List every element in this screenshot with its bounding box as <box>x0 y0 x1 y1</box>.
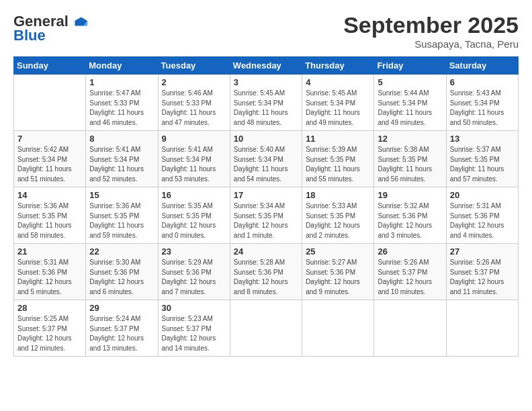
day-info: Sunrise: 5:29 AMSunset: 5:36 PMDaylight:… <box>162 258 226 297</box>
calendar-cell: 12Sunrise: 5:38 AMSunset: 5:35 PMDayligh… <box>374 131 446 187</box>
day-info: Sunrise: 5:31 AMSunset: 5:36 PMDaylight:… <box>17 258 82 297</box>
calendar-cell: 11Sunrise: 5:39 AMSunset: 5:35 PMDayligh… <box>302 131 374 187</box>
day-info: Sunrise: 5:36 AMSunset: 5:35 PMDaylight:… <box>17 201 82 240</box>
day-number: 30 <box>162 303 226 313</box>
calendar-cell: 8Sunrise: 5:41 AMSunset: 5:34 PMDaylight… <box>86 131 158 187</box>
calendar-cell: 15Sunrise: 5:36 AMSunset: 5:35 PMDayligh… <box>86 187 158 244</box>
day-number: 1 <box>89 77 154 87</box>
calendar-cell: 14Sunrise: 5:36 AMSunset: 5:35 PMDayligh… <box>14 187 86 244</box>
day-number: 10 <box>234 134 298 144</box>
day-info: Sunrise: 5:31 AMSunset: 5:36 PMDaylight:… <box>450 201 515 240</box>
weekday-header-monday: Monday <box>86 57 158 75</box>
day-number: 9 <box>162 134 226 144</box>
weekday-header-thursday: Thursday <box>302 57 374 75</box>
calendar-cell: 21Sunrise: 5:31 AMSunset: 5:36 PMDayligh… <box>14 244 86 300</box>
day-number: 6 <box>450 77 515 87</box>
day-info: Sunrise: 5:24 AMSunset: 5:37 PMDaylight:… <box>89 314 154 353</box>
calendar-cell: 25Sunrise: 5:27 AMSunset: 5:36 PMDayligh… <box>302 244 374 300</box>
week-row-4: 21Sunrise: 5:31 AMSunset: 5:36 PMDayligh… <box>14 244 519 300</box>
calendar-cell <box>446 300 518 357</box>
month-title: September 2025 <box>343 12 519 38</box>
day-number: 7 <box>17 134 82 144</box>
day-info: Sunrise: 5:45 AMSunset: 5:34 PMDaylight:… <box>306 89 370 128</box>
day-number: 19 <box>378 190 442 200</box>
day-info: Sunrise: 5:35 AMSunset: 5:35 PMDaylight:… <box>162 201 226 240</box>
day-number: 18 <box>306 190 370 200</box>
day-info: Sunrise: 5:30 AMSunset: 5:36 PMDaylight:… <box>89 258 154 297</box>
weekday-header-wednesday: Wednesday <box>230 57 302 75</box>
weekday-header-row: SundayMondayTuesdayWednesdayThursdayFrid… <box>14 57 519 75</box>
day-number: 12 <box>378 134 442 144</box>
day-info: Sunrise: 5:23 AMSunset: 5:37 PMDaylight:… <box>162 314 226 353</box>
day-number: 22 <box>89 246 154 257</box>
day-number: 25 <box>306 246 370 257</box>
day-info: Sunrise: 5:44 AMSunset: 5:34 PMDaylight:… <box>378 89 442 128</box>
calendar-cell: 3Sunrise: 5:45 AMSunset: 5:34 PMDaylight… <box>230 75 302 131</box>
location: Susapaya, Tacna, Peru <box>343 38 519 50</box>
week-row-3: 14Sunrise: 5:36 AMSunset: 5:35 PMDayligh… <box>14 187 519 244</box>
calendar-cell: 26Sunrise: 5:26 AMSunset: 5:37 PMDayligh… <box>374 244 446 300</box>
day-info: Sunrise: 5:41 AMSunset: 5:34 PMDaylight:… <box>89 145 154 184</box>
calendar-cell <box>374 300 446 357</box>
day-info: Sunrise: 5:33 AMSunset: 5:35 PMDaylight:… <box>306 201 370 240</box>
day-info: Sunrise: 5:38 AMSunset: 5:35 PMDaylight:… <box>378 145 442 184</box>
day-info: Sunrise: 5:40 AMSunset: 5:34 PMDaylight:… <box>234 145 298 184</box>
day-info: Sunrise: 5:39 AMSunset: 5:35 PMDaylight:… <box>306 145 370 184</box>
day-info: Sunrise: 5:32 AMSunset: 5:36 PMDaylight:… <box>378 201 442 240</box>
day-info: Sunrise: 5:36 AMSunset: 5:35 PMDaylight:… <box>89 201 154 240</box>
day-number: 27 <box>450 246 515 257</box>
week-row-1: 1Sunrise: 5:47 AMSunset: 5:33 PMDaylight… <box>14 75 519 131</box>
header: General Blue September 2025 Susapaya, Ta… <box>13 12 519 50</box>
calendar-cell: 28Sunrise: 5:25 AMSunset: 5:37 PMDayligh… <box>14 300 86 357</box>
day-number: 15 <box>89 190 154 200</box>
day-number: 20 <box>450 190 515 200</box>
calendar-cell: 2Sunrise: 5:46 AMSunset: 5:33 PMDaylight… <box>158 75 230 131</box>
calendar-cell: 29Sunrise: 5:24 AMSunset: 5:37 PMDayligh… <box>86 300 158 357</box>
logo-blue-text: Blue <box>13 28 46 43</box>
day-info: Sunrise: 5:27 AMSunset: 5:36 PMDaylight:… <box>306 258 370 297</box>
day-info: Sunrise: 5:47 AMSunset: 5:33 PMDaylight:… <box>89 89 154 128</box>
day-number: 16 <box>162 190 226 200</box>
day-info: Sunrise: 5:43 AMSunset: 5:34 PMDaylight:… <box>450 89 515 128</box>
calendar-cell: 4Sunrise: 5:45 AMSunset: 5:34 PMDaylight… <box>302 75 374 131</box>
calendar-cell: 22Sunrise: 5:30 AMSunset: 5:36 PMDayligh… <box>86 244 158 300</box>
calendar-cell: 19Sunrise: 5:32 AMSunset: 5:36 PMDayligh… <box>374 187 446 244</box>
calendar-table: SundayMondayTuesdayWednesdayThursdayFrid… <box>13 56 519 357</box>
day-number: 8 <box>89 134 154 144</box>
day-number: 23 <box>162 246 226 257</box>
day-info: Sunrise: 5:42 AMSunset: 5:34 PMDaylight:… <box>17 145 82 184</box>
day-number: 3 <box>234 77 298 87</box>
calendar-cell: 16Sunrise: 5:35 AMSunset: 5:35 PMDayligh… <box>158 187 230 244</box>
calendar-cell: 17Sunrise: 5:34 AMSunset: 5:35 PMDayligh… <box>230 187 302 244</box>
day-number: 28 <box>17 303 82 313</box>
day-info: Sunrise: 5:26 AMSunset: 5:37 PMDaylight:… <box>378 258 442 297</box>
weekday-header-sunday: Sunday <box>14 57 86 75</box>
day-info: Sunrise: 5:41 AMSunset: 5:34 PMDaylight:… <box>162 145 226 184</box>
day-number: 26 <box>378 246 442 257</box>
calendar-cell <box>230 300 302 357</box>
day-number: 4 <box>306 77 370 87</box>
logo: General Blue <box>13 12 89 43</box>
calendar-cell: 6Sunrise: 5:43 AMSunset: 5:34 PMDaylight… <box>446 75 518 131</box>
day-info: Sunrise: 5:45 AMSunset: 5:34 PMDaylight:… <box>234 89 298 128</box>
page: General Blue September 2025 Susapaya, Ta… <box>0 0 532 363</box>
week-row-5: 28Sunrise: 5:25 AMSunset: 5:37 PMDayligh… <box>14 300 519 357</box>
calendar-cell: 24Sunrise: 5:28 AMSunset: 5:36 PMDayligh… <box>230 244 302 300</box>
calendar-cell: 23Sunrise: 5:29 AMSunset: 5:36 PMDayligh… <box>158 244 230 300</box>
day-number: 21 <box>17 246 82 257</box>
calendar-cell: 10Sunrise: 5:40 AMSunset: 5:34 PMDayligh… <box>230 131 302 187</box>
day-number: 24 <box>234 246 298 257</box>
day-number: 29 <box>89 303 154 313</box>
calendar-cell: 9Sunrise: 5:41 AMSunset: 5:34 PMDaylight… <box>158 131 230 187</box>
day-info: Sunrise: 5:46 AMSunset: 5:33 PMDaylight:… <box>162 89 226 128</box>
calendar-cell: 20Sunrise: 5:31 AMSunset: 5:36 PMDayligh… <box>446 187 518 244</box>
day-info: Sunrise: 5:37 AMSunset: 5:35 PMDaylight:… <box>450 145 515 184</box>
day-info: Sunrise: 5:28 AMSunset: 5:36 PMDaylight:… <box>234 258 298 297</box>
title-block: September 2025 Susapaya, Tacna, Peru <box>343 12 519 50</box>
calendar-cell: 27Sunrise: 5:26 AMSunset: 5:37 PMDayligh… <box>446 244 518 300</box>
calendar-cell <box>14 75 86 131</box>
calendar-cell <box>302 300 374 357</box>
day-number: 2 <box>162 77 226 87</box>
calendar-cell: 7Sunrise: 5:42 AMSunset: 5:34 PMDaylight… <box>14 131 86 187</box>
logo-icon <box>70 12 89 31</box>
